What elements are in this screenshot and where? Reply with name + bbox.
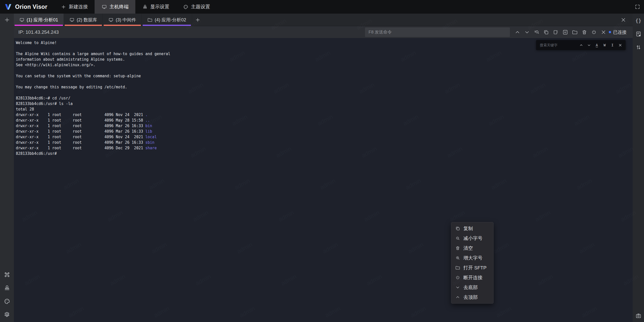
context-menu-item-1[interactable]: 减小字号	[451, 233, 493, 243]
directory-name: ..	[145, 118, 150, 123]
context-menu-label: 打开 SFTP	[463, 265, 487, 271]
context-menu-label: 减小字号	[463, 235, 482, 242]
directory-name: sbin	[145, 140, 154, 145]
context-menu-item-5[interactable]: 断开连接	[451, 273, 493, 282]
settings-gear-icon[interactable]	[4, 311, 10, 318]
disconnect-icon[interactable]	[591, 29, 597, 35]
top-menu-item-2[interactable]: 显示设置	[135, 0, 176, 14]
monitor-icon	[108, 17, 113, 22]
terminal-line: drwxr-xr-x 1 root root 4096 Mar 26 16:33…	[16, 123, 633, 129]
top-menu: 新建连接主机终端显示设置主题设置	[54, 0, 217, 14]
top-menu-label: 主题设置	[191, 4, 210, 10]
context-menu-label: 去底部	[463, 284, 478, 291]
fullscreen-icon[interactable]	[634, 4, 641, 10]
shortcut-command-icon[interactable]	[4, 271, 10, 278]
directory-name: lib	[145, 129, 152, 134]
context-menu-item-3[interactable]: 增大字号	[451, 253, 493, 263]
scroll-down-icon[interactable]	[524, 29, 530, 35]
tab-label: (4) 应用-分析02	[155, 17, 186, 23]
search-icons: AWI	[579, 43, 622, 47]
terminal-tab-3[interactable]: (3) 中间件	[103, 14, 142, 26]
top-menu-item-3[interactable]: 主题设置	[176, 0, 217, 14]
context-menu-label: 复制	[463, 225, 473, 232]
search-input[interactable]	[539, 43, 579, 47]
directory-name: .	[145, 113, 148, 117]
context-menu-label: 增大字号	[463, 255, 482, 261]
file-bookmark-icon[interactable]	[635, 31, 642, 37]
brand[interactable]: Orion Visor	[0, 0, 54, 14]
whole-word-icon[interactable]: W	[602, 43, 607, 47]
tab-underline	[15, 25, 63, 26]
copy-icon[interactable]	[543, 29, 549, 35]
terminal-tab-4[interactable]: (4) 应用-分析02	[142, 14, 192, 26]
send-command-input[interactable]	[365, 27, 510, 37]
close-terminal-icon[interactable]	[600, 29, 607, 35]
new-connection-plus-icon[interactable]	[4, 17, 10, 23]
left-rail	[0, 14, 14, 322]
search-history-icon[interactable]	[533, 29, 540, 35]
regex-icon[interactable]: I	[610, 43, 615, 47]
terminal-line: See <http://wiki.alpinelinux.org/>.	[16, 62, 633, 68]
top-menu-label: 新建连接	[69, 4, 88, 10]
arrows-up-down-icon[interactable]	[635, 44, 642, 51]
terminal-tab-1[interactable]: (1) 应用-分析01	[14, 14, 64, 26]
right-rail: {}	[633, 14, 644, 322]
tab-underline	[143, 25, 191, 26]
tab-list: (1) 应用-分析01(2) 数据库(3) 中间件(4) 应用-分析02	[14, 14, 192, 26]
terminal-line: drwxr-xr-x 1 root root 4096 Nov 24 2021 …	[16, 134, 633, 140]
monitor-icon	[19, 17, 24, 22]
whole-word-icon-glyph: W	[603, 43, 606, 47]
context-menu-item-7[interactable]: 去顶部	[451, 292, 493, 302]
match-case-icon[interactable]: A	[595, 43, 599, 47]
new-tab-plus-icon	[194, 17, 201, 23]
theme-palette-icon[interactable]	[4, 298, 10, 305]
terminal-line	[16, 68, 633, 73]
new-tab-button[interactable]	[192, 14, 204, 26]
context-menu-item-6[interactable]: 去底部	[451, 282, 493, 292]
terminal-line: You can setup the system with the comman…	[16, 73, 633, 79]
top-menu-item-1[interactable]: 主机终端	[95, 0, 135, 14]
terminal-line: 828133bb4cd6:/usr#	[16, 151, 633, 156]
close-all-tabs-button[interactable]	[620, 17, 627, 23]
find-next-icon[interactable]	[587, 43, 591, 47]
terminal-line	[16, 79, 633, 84]
context-menu-item-2[interactable]: 清空	[451, 243, 493, 253]
find-previous-icon[interactable]	[579, 43, 583, 47]
scroll-up-icon[interactable]	[514, 29, 521, 35]
copy-icon	[455, 226, 460, 231]
terminal-line: 828133bb4cd6:~# cd /usr/	[16, 95, 633, 101]
status-label: 已连接	[613, 29, 627, 35]
zoom-in-icon	[455, 256, 460, 260]
plus-icon	[61, 4, 66, 10]
folder-icon	[455, 265, 460, 270]
folder-icon	[147, 17, 152, 22]
palette-icon	[183, 4, 188, 10]
monitor-icon	[101, 4, 107, 10]
terminal-line: drwxr-xr-x 1 root root 4096 Mar 26 16:33…	[16, 140, 633, 145]
topbar-spacer	[217, 0, 634, 14]
top-menu-item-0[interactable]: 新建连接	[54, 0, 95, 14]
clear-terminal-icon[interactable]	[581, 29, 588, 35]
power-icon	[455, 275, 460, 280]
screenshot-camera-icon[interactable]	[635, 312, 642, 319]
connection-status: 已连接	[609, 29, 627, 35]
body-row: (1) 应用-分析01(2) 数据库(3) 中间件(4) 应用-分析02 IP:…	[0, 14, 644, 322]
code-braces-icon[interactable]: {}	[635, 17, 642, 24]
close-search-icon[interactable]	[618, 43, 622, 47]
stamp-icon	[142, 4, 148, 10]
sftp-folder-icon[interactable]	[572, 29, 578, 35]
command-snippet-icon[interactable]	[562, 29, 569, 35]
terminal-line: The Alpine Wiki contains a large amount …	[16, 51, 633, 57]
ip-label: IP: 101.43.254.243	[18, 29, 59, 35]
context-menu-item-0[interactable]: 复制	[451, 224, 493, 233]
terminal-screen[interactable]: Welcome to Alpine!The Alpine Wiki contai…	[14, 38, 633, 322]
top-menu-label: 显示设置	[150, 4, 169, 10]
context-menu-item-4[interactable]: 打开 SFTP	[451, 263, 493, 273]
paste-icon[interactable]	[552, 29, 559, 35]
terminal-line: drwxr-xr-x 1 root root 4096 Nov 24 2021 …	[16, 112, 633, 118]
status-dot-icon	[609, 31, 611, 33]
center-panel: (1) 应用-分析01(2) 数据库(3) 中间件(4) 应用-分析02 IP:…	[14, 14, 633, 322]
regex-icon-glyph: I	[611, 43, 613, 47]
display-setting-icon[interactable]	[4, 285, 10, 291]
terminal-tab-2[interactable]: (2) 数据库	[64, 14, 103, 26]
